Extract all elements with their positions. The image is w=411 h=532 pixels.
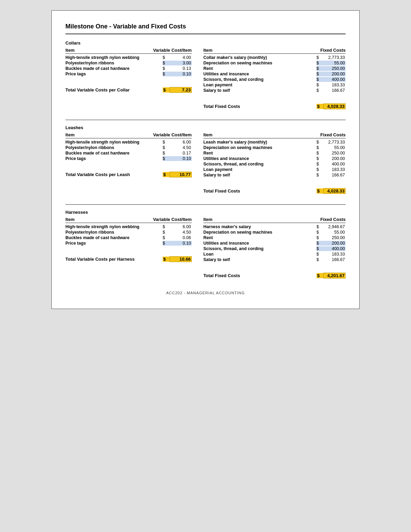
section-label-harnesses: Harnesses <box>65 210 346 215</box>
variable-row-collars-1: Polyester/nylon ribbons $ 3.00 <box>65 60 192 66</box>
var-item-value: 6.00 <box>170 140 192 145</box>
fixed-item-value: 183.33 <box>323 83 346 87</box>
var-item-value: 0.10 <box>170 156 192 161</box>
title-divider <box>65 34 346 34</box>
fixed-item-value: 2,946.67 <box>323 224 346 229</box>
fixed-item-dollar: $ <box>316 72 323 76</box>
fixed-item-value: 250.00 <box>323 151 346 156</box>
var-header-cost: Variable Cost/Item <box>147 132 192 137</box>
total-variable-value: 7.23 <box>170 87 192 93</box>
fixed-row-harnesses-2: Rent $ 250.00 <box>203 235 346 240</box>
fixed-item-value: 200.00 <box>323 241 346 246</box>
fixed-header-item: Item <box>203 217 301 222</box>
fixed-item-dollar: $ <box>316 151 323 156</box>
section-columns-leashes: ItemVariable Cost/Item High-tensile stre… <box>65 132 346 195</box>
fixed-item-dollar: $ <box>316 140 323 145</box>
fixed-item-name: Salary to self <box>203 173 316 177</box>
total-variable-dollar: $ <box>163 172 170 177</box>
fixed-row-leashes-4: Scissors, thread, and cording $ 400.00 <box>203 161 346 167</box>
fixed-header-cost: Fixed Costs <box>301 48 346 53</box>
fixed-row-harnesses-6: Salary to self $ 166.67 <box>203 257 346 262</box>
variable-row-collars-0: High-tensile strength nylon webbing $ 4.… <box>65 55 192 60</box>
fixed-item-name: Depreciation on sewing machines <box>203 145 316 150</box>
variable-row-collars-2: Buckles made of cast hardware $ 0.13 <box>65 66 192 71</box>
var-header-item: Item <box>65 132 147 137</box>
fixed-item-name: Utilities and insurance <box>203 72 316 76</box>
variable-header-collars: ItemVariable Cost/Item <box>65 48 192 54</box>
fixed-item-name: Utilities and insurance <box>203 241 316 246</box>
fixed-item-name: Depreciation on sewing machines <box>203 230 316 235</box>
variable-row-leashes-3: Price tags $ 0.10 <box>65 156 192 161</box>
variable-header-leashes: ItemVariable Cost/Item <box>65 132 192 138</box>
fixed-item-name: Loan <box>203 252 316 257</box>
var-item-dollar: $ <box>163 55 170 60</box>
fixed-item-name: Scissors, thread, and cording <box>203 77 316 82</box>
total-variable-value: 10.77 <box>170 172 192 177</box>
var-item-name: High-tensile strength nylon webbing <box>65 140 163 145</box>
fixed-item-value: 2,773.33 <box>323 140 346 145</box>
fixed-row-leashes-2: Rent $ 250.00 <box>203 150 346 156</box>
var-item-dollar: $ <box>163 230 170 235</box>
variable-row-leashes-1: Polyester/nylon ribbons $ 4.50 <box>65 145 192 150</box>
var-item-value: 4.50 <box>170 145 192 150</box>
fixed-header-item: Item <box>203 48 301 53</box>
section-divider-leashes <box>65 120 346 120</box>
fixed-item-name: Rent <box>203 235 316 240</box>
var-header-item: Item <box>65 48 147 53</box>
var-item-value: 6.00 <box>170 224 192 229</box>
fixed-header-collars: ItemFixed Costs <box>203 48 346 54</box>
total-variable-row-harnesses: Total Variable Costs per Harness $ 10.66 <box>65 256 192 262</box>
fixed-row-collars-2: Rent $ 250.00 <box>203 66 346 71</box>
fixed-item-dollar: $ <box>316 145 323 150</box>
fixed-item-dollar: $ <box>316 257 323 262</box>
section-divider-harnesses <box>65 204 346 205</box>
fixed-row-leashes-0: Leash maker's salary (monthly) $ 2,773.3… <box>203 139 346 145</box>
fixed-item-value: 2,773.33 <box>323 55 346 60</box>
var-item-dollar: $ <box>163 145 170 150</box>
footer-text: ACC202 - MANAGERIAL ACCOUNTING <box>65 291 346 295</box>
fixed-row-harnesses-0: Harness maker's salary $ 2,946.67 <box>203 224 346 230</box>
fixed-item-name: Loan payment <box>203 83 316 87</box>
var-item-value: 0.10 <box>170 241 192 246</box>
main-page: Milestone One - Variable and Fixed Costs… <box>51 10 360 309</box>
var-item-name: Buckles made of cast hardware <box>65 66 163 71</box>
variable-row-leashes-0: High-tensile strength nylon webbing $ 6.… <box>65 139 192 145</box>
fixed-row-harnesses-1: Depreciation on sewing machines $ 55.00 <box>203 230 346 235</box>
var-item-name: Buckles made of cast hardware <box>65 235 163 240</box>
fixed-item-dollar: $ <box>316 162 323 166</box>
total-variable-label: Total Variable Costs per Collar <box>65 87 163 92</box>
var-item-value: 3.00 <box>170 61 192 65</box>
fixed-item-dollar: $ <box>316 61 323 65</box>
total-fixed-row-leashes: Total Fixed Costs $ 4,028.33 <box>203 188 346 194</box>
fixed-col-leashes: ItemFixed Costs Leash maker's salary (mo… <box>200 132 346 195</box>
fixed-item-name: Salary to self <box>203 257 316 262</box>
total-fixed-label: Total Fixed Costs <box>203 188 316 194</box>
fixed-item-dollar: $ <box>316 230 323 235</box>
var-item-dollar: $ <box>163 156 170 161</box>
total-fixed-row-collars: Total Fixed Costs $ 4,028.33 <box>203 103 346 109</box>
fixed-item-dollar: $ <box>316 156 323 161</box>
variable-row-leashes-2: Buckles made of cast hardware $ 0.17 <box>65 150 192 156</box>
fixed-item-name: Leash maker's salary (monthly) <box>203 140 316 145</box>
total-fixed-value: 4,028.33 <box>323 188 346 194</box>
section-columns-collars: ItemVariable Cost/Item High-tensile stre… <box>65 48 346 111</box>
var-header-cost: Variable Cost/Item <box>147 48 192 53</box>
var-item-dollar: $ <box>163 72 170 76</box>
fixed-header-leashes: ItemFixed Costs <box>203 132 346 138</box>
fixed-item-value: 183.33 <box>323 252 346 257</box>
fixed-item-value: 55.00 <box>323 145 346 150</box>
fixed-item-value: 200.00 <box>323 156 346 161</box>
variable-row-harnesses-3: Price tags $ 0.10 <box>65 240 192 246</box>
fixed-item-name: Collar maker's salary (monthly) <box>203 55 316 60</box>
total-fixed-value: 4,201.67 <box>323 273 346 279</box>
fixed-item-value: 400.00 <box>323 162 346 166</box>
var-item-dollar: $ <box>163 241 170 246</box>
fixed-header-cost: Fixed Costs <box>301 132 346 137</box>
fixed-item-dollar: $ <box>316 224 323 229</box>
fixed-item-value: 200.00 <box>323 72 346 76</box>
fixed-item-name: Salary to self <box>203 88 316 93</box>
fixed-row-collars-0: Collar maker's salary (monthly) $ 2,773.… <box>203 55 346 60</box>
fixed-row-leashes-6: Salary to self $ 166.67 <box>203 172 346 178</box>
fixed-item-value: 250.00 <box>323 235 346 240</box>
total-fixed-dollar: $ <box>316 188 323 194</box>
